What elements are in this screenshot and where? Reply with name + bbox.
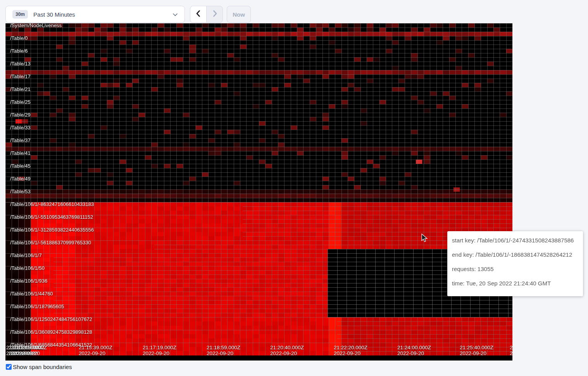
- heatmap-canvas[interactable]: [5, 23, 512, 361]
- show-span-boundaries-checkbox[interactable]: [6, 364, 12, 370]
- time-range-dropdown[interactable]: 30m Past 30 Minutes: [5, 6, 185, 23]
- duration-badge: 30m: [12, 10, 28, 19]
- chevron-left-icon: [195, 9, 202, 19]
- now-button-label: Now: [233, 11, 245, 18]
- tooltip-line: requests: 13055: [452, 262, 583, 276]
- time-range-label: Past 30 Minutes: [33, 11, 75, 18]
- chevron-down-icon: [172, 12, 178, 19]
- tooltip-line: time: Tue, 20 Sep 2022 21:24:40 GMT: [452, 276, 583, 290]
- now-button[interactable]: Now: [227, 6, 251, 23]
- tooltip-line: end key: /Table/106/1/-18683814745282642…: [452, 247, 583, 262]
- key-visualizer-heatmap: /System/NodeLiveness/Table/0/Table/6/Tab…: [5, 23, 512, 361]
- key-visualizer-page: 30m Past 30 Minutes Now /System/NodeLive…: [0, 0, 588, 376]
- hover-tooltip: start key: /Table/106/1/-247433150824388…: [447, 231, 583, 296]
- chevron-right-icon: [211, 9, 218, 19]
- time-nav-group: [190, 6, 223, 23]
- show-span-boundaries-label: Show span boundaries: [13, 364, 72, 370]
- mouse-cursor-icon: [421, 233, 428, 244]
- show-span-boundaries-toggle: Show span boundaries: [6, 364, 72, 370]
- time-forward-button[interactable]: [207, 6, 222, 22]
- tooltip-line: start key: /Table/106/1/-247433150824388…: [452, 233, 583, 247]
- time-back-button[interactable]: [190, 6, 207, 22]
